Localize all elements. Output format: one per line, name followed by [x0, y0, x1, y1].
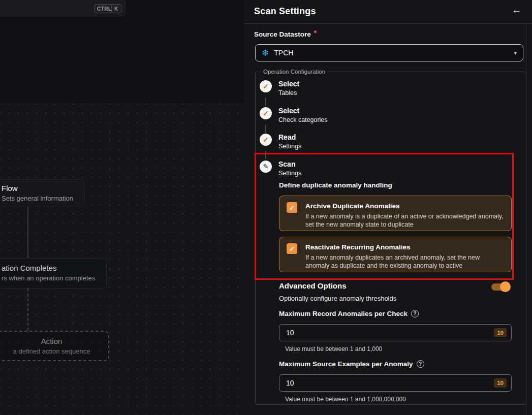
action-node-subtitle: a defined action sequence [0, 347, 108, 356]
max-source-examples-label: Maximum Source Examples per Anomaly ? [279, 360, 424, 368]
step-read-settings[interactable]: ✓ Read Settings [260, 134, 301, 150]
default-value-badge: 10 [494, 328, 507, 337]
option-description: If a new anomaly is a duplicate of an ac… [305, 212, 504, 229]
option-description: If a new anomaly duplicates an archived … [305, 253, 504, 270]
step-connector [265, 98, 266, 106]
step-title: Select [278, 107, 328, 115]
flow-node-title: Flow [2, 184, 84, 193]
operation-configuration-legend: Operation Configuration [261, 69, 328, 75]
step-active-circle: ✎ [260, 161, 272, 173]
max-source-examples-input[interactable]: 10 10 [279, 374, 512, 392]
field-label-text: Maximum Record Anomalies per Check [279, 310, 408, 317]
default-value-badge: 10 [494, 378, 507, 388]
check-icon: ✓ [263, 136, 269, 143]
max-record-anomalies-input[interactable]: 10 10 [279, 324, 512, 341]
advanced-options-toggle[interactable] [491, 283, 509, 291]
source-datastore-label-text: Source Datastore [254, 30, 311, 38]
step-complete-circle: ✓ [260, 107, 272, 119]
action-node-title: Action [0, 337, 108, 346]
operation-node-subtitle: rs when an operation completes [2, 274, 106, 282]
chevron-down-icon: ▾ [514, 50, 517, 56]
check-icon: ✓ [263, 110, 269, 117]
checkbox-checked-icon[interactable]: ✓ [287, 243, 297, 254]
app-root: CTRL K Flow Sets general information ati… [0, 0, 532, 415]
duplicate-handling-heading: Define duplicate anomaly handling [279, 181, 392, 189]
option-label: Archive Duplicate Anomalies [305, 202, 504, 210]
source-datastore-label: Source Datastore [254, 30, 317, 38]
flow-edge [27, 207, 28, 258]
step-subtitle: Settings [278, 170, 301, 177]
action-placeholder-node[interactable]: Action a defined action sequence [0, 331, 109, 361]
input-helper-text: Value must be between 1 and 1,000,000,00… [285, 396, 406, 403]
kbd-k-badge: K [111, 4, 121, 13]
step-connector [265, 124, 266, 133]
snowflake-icon: ❄ [262, 49, 269, 57]
operation-node-title: ation Completes [2, 264, 106, 273]
back-arrow-icon[interactable]: ← [512, 5, 521, 16]
step-subtitle: Tables [278, 89, 299, 97]
input-helper-text: Value must be between 1 and 1,000 [285, 345, 382, 353]
step-subtitle: Settings [278, 143, 301, 150]
step-complete-circle: ✓ [260, 134, 272, 146]
datastore-value: TPCH [274, 49, 293, 57]
panel-title: Scan Settings [254, 6, 316, 17]
flow-node[interactable]: Flow Sets general information [0, 179, 84, 207]
help-icon[interactable]: ? [417, 360, 424, 368]
option-label: Reactivate Recurring Anomalies [305, 243, 504, 251]
field-label-text: Maximum Source Examples per Anomaly [279, 360, 413, 368]
step-complete-circle: ✓ [260, 80, 272, 92]
input-value: 10 [286, 329, 294, 337]
canvas-topbar: CTRL K [0, 0, 244, 17]
help-icon[interactable]: ? [411, 310, 419, 317]
step-subtitle: Check categories [278, 116, 328, 123]
checkbox-checked-icon[interactable]: ✓ [287, 202, 297, 213]
toggle-knob [500, 281, 511, 292]
required-dot [314, 30, 317, 33]
search-bar[interactable]: CTRL K [0, 0, 126, 17]
step-select-check-categories[interactable]: ✓ Select Check categories [260, 107, 328, 123]
reactivate-recurring-anomalies-option[interactable]: ✓ Reactivate Recurring Anomalies If a ne… [279, 237, 512, 272]
advanced-options-subtitle: Optionally configure anomaly thresholds [279, 295, 396, 302]
pencil-icon: ✎ [263, 163, 269, 170]
step-select-tables[interactable]: ✓ Select Tables [260, 80, 299, 97]
step-title: Scan [278, 161, 301, 168]
max-record-anomalies-label: Maximum Record Anomalies per Check ? [279, 310, 419, 317]
panel-header: Scan Settings ← [244, 0, 532, 24]
step-title: Select [278, 80, 299, 88]
flow-node-subtitle: Sets general information [2, 195, 84, 203]
step-title: Read [278, 134, 301, 141]
datastore-select[interactable]: ❄ TPCH ▾ [255, 44, 523, 61]
input-value: 10 [286, 379, 294, 387]
step-scan-settings[interactable]: ✎ Scan Settings [260, 161, 301, 177]
check-icon: ✓ [263, 83, 269, 90]
archive-duplicate-anomalies-option[interactable]: ✓ Archive Duplicate Anomalies If a new a… [279, 196, 512, 231]
operation-completes-node[interactable]: ation Completes rs when an operation com… [0, 258, 107, 289]
scan-settings-panel: Scan Settings ← Source Datastore ❄ TPCH … [244, 0, 532, 415]
advanced-options-title: Advanced Options [279, 281, 347, 290]
flow-edge-dashed [27, 289, 28, 331]
step-connector [265, 151, 266, 159]
flow-canvas[interactable]: CTRL K Flow Sets general information ati… [0, 0, 244, 415]
